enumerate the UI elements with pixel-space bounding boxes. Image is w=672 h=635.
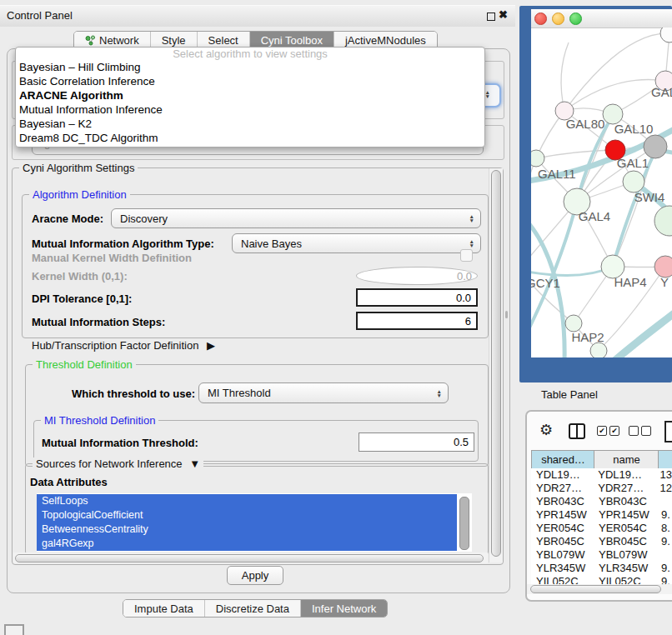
which-threshold-select[interactable]: MI Threshold ▲▼ — [198, 382, 449, 403]
table-cell: YDR27… — [593, 482, 656, 495]
threshold-definition-title: Threshold Definition — [33, 358, 136, 371]
table-cell: YIL052C — [594, 575, 658, 584]
tab-label: Discretize Data — [216, 600, 289, 618]
network-node-label: Y — [660, 275, 669, 289]
bottom-tab-bar: Impute DataDiscretize DataInfer Network — [123, 599, 388, 618]
algorithm-definition-title: Algorithm Definition — [29, 188, 130, 201]
table-cell: YBL079W — [531, 548, 594, 562]
manual-kernel-width-checkbox[interactable] — [460, 249, 473, 262]
table-cell: 13 — [657, 468, 672, 482]
table-row[interactable]: YBR043CYBR043C — [531, 495, 672, 508]
table-cell: YLR345W — [531, 562, 594, 575]
network-canvas[interactable]: GALGAL80GAL10GAL1GAL11SWI4GAL4GCY1HAP4YH… — [531, 28, 672, 358]
network-node-gal11[interactable] — [531, 150, 544, 167]
table-row[interactable]: YPR145WYPR145W9. — [531, 508, 672, 522]
network-node-label: GAL1 — [617, 156, 649, 170]
network-node[interactable] — [590, 342, 607, 358]
table-cell — [658, 495, 661, 508]
table-cell — [658, 548, 661, 562]
table-cell: YER054C — [531, 522, 594, 535]
which-threshold-value: MI Threshold — [208, 387, 271, 399]
mi-threshold-field[interactable]: 0.5 — [359, 432, 474, 452]
list-vertical-scrollbar-thumb[interactable] — [459, 497, 469, 550]
algorithm-option-bayesian-k2[interactable]: Bayesian – K2 — [16, 117, 484, 131]
expand-right-triangle-icon: ▶ — [207, 339, 215, 352]
table-horizontal-scrollbar-track[interactable] — [527, 584, 672, 594]
network-node-label: GAL4 — [579, 209, 610, 223]
tab-infer-network[interactable]: Infer Network — [300, 600, 387, 617]
mac-minimize-icon[interactable] — [552, 12, 564, 25]
settings-horizontal-scrollbar-thumb[interactable] — [15, 554, 484, 562]
table-cell: YDR27… — [531, 482, 593, 495]
column-header-name[interactable]: name — [594, 450, 659, 469]
hub-definition-label: Hub/Transcription Factor Definition — [32, 339, 198, 352]
network-edge — [536, 150, 615, 158]
attribute-item-gal4rgexp[interactable]: gal4RGexp — [37, 537, 457, 551]
table-panel-title: Table Panel — [541, 388, 598, 401]
attribute-item-betweennesscentrality[interactable]: BetweennessCentrality — [37, 522, 457, 537]
table-row[interactable]: YLR345WYLR345W9. — [531, 562, 672, 575]
table-horizontal-scrollbar-thumb[interactable] — [530, 585, 661, 593]
network-node-hap2[interactable] — [565, 315, 582, 332]
checked-checkbox-icon[interactable]: ✔ — [609, 426, 619, 436]
attribute-item-topologicalcoefficient[interactable]: TopologicalCoefficient — [37, 508, 457, 522]
table-cell: YBL079W — [594, 548, 658, 562]
stepper-icon: ▲▼ — [469, 239, 474, 248]
float-window-icon[interactable] — [487, 12, 495, 21]
document-icon[interactable] — [664, 421, 672, 442]
cyni-algorithm-settings-title: Cyni Algorithm Settings — [19, 162, 138, 174]
algorithm-dropdown-prompt: Select algorithm to view settings — [16, 48, 484, 60]
screen: Control Panel ✖ NetworkStyleSelectCyni T… — [0, 0, 672, 635]
table-row[interactable]: YER054CYER054C8. — [531, 522, 672, 535]
table-cell: YBR043C — [594, 495, 658, 508]
table-row[interactable]: YIL052CYIL052C9. — [531, 575, 672, 584]
stepper-icon: ▲▼ — [485, 90, 490, 98]
table-cell: YBR045C — [594, 535, 658, 548]
settings-horizontal-scrollbar-track[interactable] — [13, 552, 488, 563]
settings-vertical-scrollbar-thumb[interactable] — [491, 170, 501, 557]
table-cell: YDL19… — [531, 468, 593, 482]
stepper-icon: ▲▼ — [437, 389, 442, 398]
network-node[interactable] — [660, 28, 672, 42]
dpi-tolerance-field[interactable]: 0.0 — [356, 288, 478, 307]
split-table-icon[interactable] — [569, 423, 585, 439]
mac-close-icon[interactable] — [534, 12, 547, 25]
kernel-width-label: Kernel Width (0,1): — [32, 270, 128, 282]
network-node[interactable] — [654, 206, 672, 236]
table-row[interactable]: YDR27…YDR27…12 — [531, 482, 672, 495]
algorithm-option-mutual-information-inference[interactable]: Mutual Information Inference — [16, 102, 484, 117]
network-node[interactable] — [644, 135, 667, 158]
checked-checkbox-icon[interactable]: ✔ — [597, 426, 607, 436]
data-attributes-list: SelfLoopsTopologicalCoefficientBetweenne… — [37, 493, 472, 552]
algorithm-option-dream8-dc-tdc-algorithm[interactable]: Dream8 DC_TDC Algorithm — [16, 131, 484, 145]
mi-steps-field[interactable]: 6 — [356, 312, 478, 330]
column-header-a[interactable]: A — [658, 450, 672, 469]
table-cell: 8. — [658, 522, 670, 535]
table-row[interactable]: YBR045CYBR045C9. — [531, 535, 672, 548]
tab-label: Infer Network — [312, 600, 376, 618]
panel-splitter-handle[interactable] — [505, 311, 508, 318]
algorithm-option-aracne-algorithm[interactable]: ARACNE Algorithm — [16, 88, 484, 102]
algorithm-option-bayesian-hill-climbing[interactable]: Bayesian – Hill Climbing — [16, 60, 484, 74]
network-icon — [85, 35, 96, 46]
unchecked-checkbox-icon[interactable] — [641, 426, 651, 436]
settings-vertical-scrollbar-track[interactable] — [489, 168, 503, 562]
attribute-item-selfloops[interactable]: SelfLoops — [37, 494, 457, 508]
kernel-width-field[interactable]: 0.0 — [356, 267, 478, 285]
unchecked-checkbox-icon[interactable] — [629, 426, 639, 436]
aracne-mode-select[interactable]: Discovery ▲▼ — [111, 208, 481, 228]
close-icon[interactable]: ✖ — [499, 8, 508, 21]
collapse-down-triangle-icon[interactable]: ▼ — [189, 458, 200, 470]
tab-discretize-data[interactable]: Discretize Data — [204, 600, 300, 617]
mi-algorithm-type-select[interactable]: Naive Bayes ▲▼ — [232, 233, 481, 253]
gear-icon[interactable]: ⚙ — [539, 421, 553, 439]
apply-button[interactable]: Apply — [227, 566, 283, 585]
mac-zoom-icon[interactable] — [569, 12, 582, 25]
table-row[interactable]: YDL19…YDL19…13 — [531, 468, 672, 482]
algorithm-option-basic-correlation-inference[interactable]: Basic Correlation Inference — [16, 74, 484, 88]
table-row[interactable]: YBL079WYBL079W — [531, 548, 672, 562]
corner-button[interactable] — [4, 624, 24, 635]
column-header-shared[interactable]: shared… — [531, 450, 595, 469]
tab-impute-data[interactable]: Impute Data — [123, 600, 204, 617]
hub-definition-toggle[interactable]: Hub/Transcription Factor Definition ▶ — [32, 339, 215, 352]
